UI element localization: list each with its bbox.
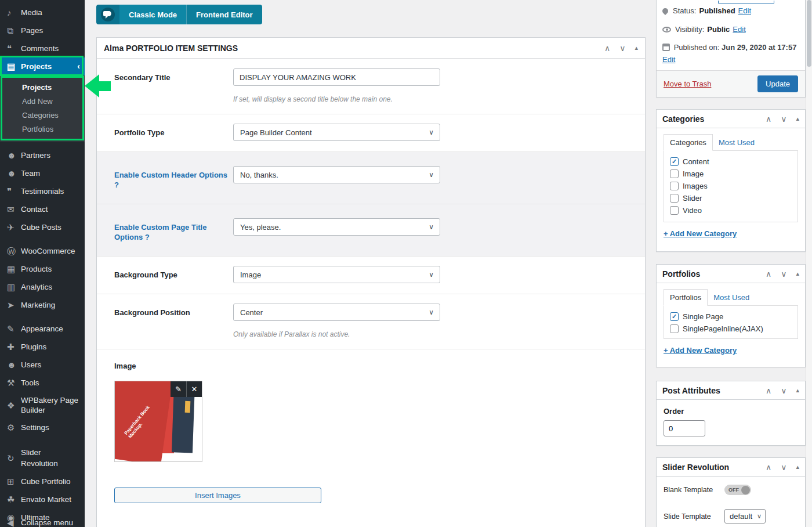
background-type-select[interactable]: Image ∨ [233, 266, 440, 283]
move-down-icon[interactable]: ∨ [781, 386, 786, 395]
move-up-icon[interactable]: ∧ [766, 269, 771, 279]
move-down-icon[interactable]: ∨ [781, 269, 786, 279]
toggle-panel-icon[interactable]: ▴ [796, 463, 799, 471]
classic-mode-button[interactable]: Classic Mode [119, 5, 186, 24]
blank-template-toggle[interactable]: OFF [724, 485, 751, 495]
image-thumbnail[interactable]: Paperback Book Mockup. ✎ ✕ [114, 381, 202, 462]
insert-images-button[interactable]: Insert Images [114, 488, 321, 503]
slider-revolution-box: Slider Revolution ∧ ∨ ▴ Blank Template O… [656, 457, 806, 527]
background-position-select[interactable]: Center ∨ [233, 304, 440, 321]
tab-most-used[interactable]: Most Used [708, 290, 755, 305]
move-up-icon[interactable]: ∧ [604, 44, 610, 53]
order-input[interactable] [664, 420, 705, 436]
category-item-images[interactable]: Images [670, 180, 792, 192]
sidebar-item-slider-revolution[interactable]: ↻ Slider Revolution [0, 443, 85, 472]
tab-most-used[interactable]: Most Used [713, 135, 760, 150]
thumbnail-artwork [185, 401, 191, 413]
sidebar-item-label: Slider Revolution [21, 447, 80, 469]
custom-header-select[interactable]: No, thanks. ∨ [233, 166, 440, 183]
sidebar-item-wpbakery[interactable]: ❖ WPBakery Page Builder [0, 392, 85, 418]
submenu-item-projects[interactable]: Projects [0, 80, 85, 94]
calendar-icon [662, 44, 670, 51]
move-down-icon[interactable]: ∨ [781, 114, 786, 124]
submenu-item-add-new[interactable]: Add New [0, 94, 85, 108]
category-item-video[interactable]: Video [670, 204, 792, 216]
sidebar-item-testimonials[interactable]: ❞ Testimonials [0, 182, 85, 200]
sidebar-item-pages[interactable]: ⧉ Pages [0, 21, 85, 39]
sidebar-item-comments[interactable]: ❝ Comments [0, 39, 85, 57]
scrollbar-thumb[interactable] [807, 0, 811, 67]
portfolio-type-select[interactable]: Page Builder Content ∨ [233, 124, 440, 141]
checkbox[interactable] [670, 324, 679, 333]
custom-page-title-select[interactable]: Yes, please. ∨ [233, 218, 440, 236]
sidebar-item-label: Cube Portfolio [21, 476, 80, 487]
field-row-background-type: Background Type Image ∨ [97, 256, 645, 294]
portfolio-item-single-page[interactable]: ✓ Single Page [670, 311, 792, 323]
move-up-icon[interactable]: ∧ [766, 463, 771, 472]
sidebar-item-label: Products [21, 264, 80, 275]
sidebar-item-cube-portfolio[interactable]: ⊞ Cube Portfolio [0, 472, 85, 490]
sidebar-item-projects[interactable]: ▤ Projects ‹ [0, 57, 85, 75]
toggle-panel-icon[interactable]: ▴ [796, 270, 799, 277]
page-scrollbar[interactable] [806, 0, 812, 527]
checkbox-checked[interactable]: ✓ [670, 157, 679, 166]
sidebar-item-tools[interactable]: ⚒ Tools [0, 374, 85, 392]
tab-all-portfolios[interactable]: Portfolios [664, 289, 708, 306]
category-item-content[interactable]: ✓ Content [670, 156, 792, 168]
sidebar-item-team[interactable]: ☻ Team [0, 164, 85, 182]
select-value: Center [240, 308, 263, 317]
toggle-panel-icon[interactable]: ▴ [635, 44, 638, 52]
wpbakery-icon: ❖ [7, 400, 21, 411]
edit-published-link[interactable]: Edit [662, 55, 675, 64]
sidebar-item-contact[interactable]: ✉ Contact [0, 200, 85, 218]
toggle-panel-icon[interactable]: ▴ [796, 387, 799, 394]
sidebar-item-appearance[interactable]: ✎ Appearance [0, 320, 85, 338]
update-button[interactable]: Update [757, 75, 798, 92]
edit-status-link[interactable]: Edit [738, 6, 751, 15]
checkbox[interactable] [670, 169, 679, 178]
sidebar-item-cube-posts[interactable]: ✈ Cube Posts [0, 218, 85, 236]
status-pin-icon [661, 6, 669, 15]
remove-image-icon[interactable]: ✕ [186, 381, 202, 397]
category-item-image[interactable]: Image [670, 168, 792, 180]
frontend-editor-button[interactable]: Frontend Editor [186, 5, 262, 24]
sidebar-item-partners[interactable]: ☻ Partners [0, 146, 85, 164]
add-new-category-link[interactable]: + Add New Category [664, 346, 737, 355]
toggle-panel-icon[interactable]: ▴ [796, 115, 799, 122]
add-new-category-link[interactable]: + Add New Category [664, 229, 737, 238]
move-up-icon[interactable]: ∧ [766, 386, 771, 395]
sidebar-item-media[interactable]: ♪ Media [0, 3, 85, 21]
move-down-icon[interactable]: ∨ [619, 44, 625, 53]
move-up-icon[interactable]: ∧ [766, 114, 771, 124]
sidebar-item-analytics[interactable]: ▥ Analytics [0, 278, 85, 296]
checkbox[interactable] [670, 206, 679, 215]
checkbox[interactable] [670, 182, 679, 190]
testimonials-icon: ❞ [7, 186, 21, 197]
checkbox-checked[interactable]: ✓ [670, 312, 679, 321]
field-label-link[interactable]: Enable Custom Page Title Options ? [114, 218, 233, 242]
slide-template-select[interactable]: default ∨ [724, 509, 766, 524]
portfolio-item-singlepageinline[interactable]: SinglePageInline(AJAX) [670, 323, 792, 335]
category-item-slider[interactable]: Slider [670, 192, 792, 204]
sidebar-item-settings[interactable]: ⚙ Settings [0, 418, 85, 436]
secondary-title-input[interactable] [233, 68, 440, 86]
sidebar-item-marketing[interactable]: ➤ Marketing [0, 296, 85, 314]
sidebar-item-products[interactable]: ▦ Products [0, 260, 85, 278]
sidebar-item-users[interactable]: ☻ Users [0, 356, 85, 374]
checkbox[interactable] [670, 194, 679, 203]
edit-visibility-link[interactable]: Edit [733, 25, 745, 34]
comments-icon: ❝ [7, 43, 21, 54]
team-icon: ☻ [7, 168, 21, 179]
field-label-link[interactable]: Enable Custom Header Options ? [114, 166, 233, 190]
sidebar-item-plugins[interactable]: ✚ Plugins [0, 338, 85, 356]
sidebar-item-woocommerce[interactable]: Ⓦ WooCommerce [0, 242, 85, 260]
move-down-icon[interactable]: ∨ [781, 463, 786, 472]
tab-all-categories[interactable]: Categories [664, 134, 713, 151]
sidebar-item-collapse-menu[interactable]: ◀ Collapse menu [0, 514, 85, 527]
submenu-item-portfolios[interactable]: Portfolios [0, 122, 85, 136]
move-to-trash-link[interactable]: Move to Trash [664, 80, 711, 88]
edit-image-icon[interactable]: ✎ [171, 381, 186, 397]
submenu-item-categories[interactable]: Categories [0, 108, 85, 122]
sidebar-item-label: Tools [21, 377, 80, 388]
sidebar-item-envato-market[interactable]: ☘ Envato Market [0, 490, 85, 508]
